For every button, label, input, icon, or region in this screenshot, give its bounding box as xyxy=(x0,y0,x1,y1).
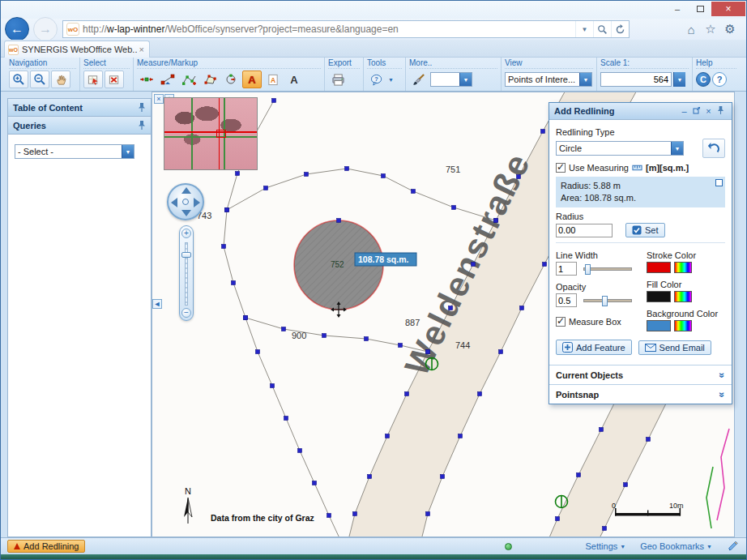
vertex-handle[interactable] xyxy=(399,344,403,348)
more-options-dropdown[interactable]: ▼ xyxy=(430,72,472,87)
pin-icon[interactable] xyxy=(138,120,146,130)
panel-minimize-icon[interactable]: – xyxy=(678,106,690,116)
vertex-handle[interactable] xyxy=(353,512,357,516)
vertex-handle[interactable] xyxy=(449,306,453,310)
vertex-handle[interactable] xyxy=(517,175,521,179)
pan-north-icon[interactable] xyxy=(181,187,191,194)
redlining-symbol-icon[interactable]: A xyxy=(263,71,283,88)
measure-distance-icon[interactable] xyxy=(158,71,177,88)
clear-selection-button[interactable] xyxy=(105,71,124,88)
vertex-handle[interactable] xyxy=(577,473,581,477)
autocomplete-dropdown-icon[interactable]: ▼ xyxy=(575,21,593,37)
vertex-handle[interactable] xyxy=(624,483,628,487)
sidebar-item-table-of-content[interactable]: Table of Content xyxy=(8,99,151,117)
vertex-handle[interactable] xyxy=(478,392,482,396)
measure-polyline-icon[interactable] xyxy=(179,71,198,88)
vertex-handle[interactable] xyxy=(543,263,547,267)
vertex-handle[interactable] xyxy=(298,449,302,453)
identify-info-icon[interactable]: ? xyxy=(367,71,386,88)
overview-close-icon[interactable]: × xyxy=(154,94,164,104)
vertex-handle[interactable] xyxy=(412,190,416,194)
vertex-handle[interactable] xyxy=(541,130,545,134)
pan-hand-button[interactable] xyxy=(51,71,70,88)
line-width-input[interactable] xyxy=(556,262,577,276)
chevron-expand-icon[interactable]: » xyxy=(717,372,728,378)
vertex-handle[interactable] xyxy=(556,517,560,521)
chevron-expand-icon[interactable]: » xyxy=(717,391,728,397)
paintbrush-icon[interactable] xyxy=(409,71,429,88)
vertex-handle[interactable] xyxy=(647,438,651,442)
vertex-handle[interactable] xyxy=(365,337,369,341)
add-feature-button[interactable]: Add Feature xyxy=(556,340,632,355)
pan-compass[interactable] xyxy=(167,183,204,220)
expand-result-icon[interactable] xyxy=(715,179,723,186)
use-measuring-checkbox[interactable] xyxy=(556,163,566,173)
help-button[interactable]: ? xyxy=(712,72,727,87)
pan-west-icon[interactable] xyxy=(171,198,177,207)
pointsnap-section[interactable]: Pointsnap » xyxy=(549,384,732,404)
pan-south-icon[interactable] xyxy=(181,210,191,216)
back-button[interactable]: ← xyxy=(5,17,29,41)
opacity-input[interactable] xyxy=(556,293,577,307)
background-color-swatch[interactable] xyxy=(647,320,671,331)
vertex-handle[interactable] xyxy=(499,350,503,354)
measure-area-icon[interactable] xyxy=(200,71,220,88)
stroke-color-swatch[interactable] xyxy=(647,262,671,273)
forward-button[interactable]: → xyxy=(33,17,58,41)
minimize-button[interactable]: – xyxy=(666,2,689,16)
vertex-handle[interactable] xyxy=(337,219,341,223)
zoom-out-slider-button[interactable]: − xyxy=(181,308,191,318)
settings-menu[interactable]: Settings▼ xyxy=(586,541,626,551)
line-width-slider[interactable] xyxy=(583,267,632,271)
vertex-handle[interactable] xyxy=(368,475,372,479)
vertex-handle[interactable] xyxy=(472,263,476,267)
vertex-handle[interactable] xyxy=(282,327,286,331)
copyright-button[interactable]: C xyxy=(696,72,711,87)
vertex-handle[interactable] xyxy=(382,174,386,178)
vertex-handle[interactable] xyxy=(386,434,390,438)
select-features-button[interactable] xyxy=(83,71,103,88)
home-icon[interactable]: ⌂ xyxy=(681,20,701,38)
pin-icon[interactable] xyxy=(138,102,146,113)
maximize-button[interactable] xyxy=(689,2,711,16)
background-color-picker-icon[interactable] xyxy=(674,320,692,331)
geo-bookmarks-menu[interactable]: Geo Bookmarks▼ xyxy=(640,541,712,551)
vertex-handle[interactable] xyxy=(284,417,288,421)
vertex-handle[interactable] xyxy=(222,245,226,249)
redlining-type-dropdown[interactable]: Circle ▼ xyxy=(556,141,684,156)
pin-icon[interactable] xyxy=(715,105,727,117)
search-icon[interactable] xyxy=(593,21,611,37)
vertex-handle[interactable] xyxy=(244,316,248,320)
vertex-handle[interactable] xyxy=(345,167,349,171)
zoom-in-slider-button[interactable]: + xyxy=(181,229,191,238)
vertex-handle[interactable] xyxy=(305,173,309,177)
zoom-out-button[interactable] xyxy=(30,71,49,88)
fill-color-picker-icon[interactable] xyxy=(674,291,692,302)
fill-color-swatch[interactable] xyxy=(647,291,671,302)
measure-circle-icon[interactable] xyxy=(221,71,241,88)
vertex-handle[interactable] xyxy=(452,206,456,210)
current-objects-section[interactable]: Current Objects » xyxy=(549,365,732,384)
vertex-handle[interactable] xyxy=(426,350,430,354)
tools-dropdown-icon[interactable]: ▼ xyxy=(388,77,394,83)
tab-close-icon[interactable]: × xyxy=(138,45,146,54)
print-icon[interactable] xyxy=(328,71,348,88)
vertex-handle[interactable] xyxy=(441,475,445,479)
edit-pencil-icon[interactable] xyxy=(727,540,738,553)
measure-box-checkbox[interactable] xyxy=(556,317,566,327)
vertex-handle[interactable] xyxy=(603,527,607,531)
panel-header[interactable]: Add Redlining – × xyxy=(549,103,732,120)
scale-dropdown-icon[interactable]: ▼ xyxy=(673,72,685,87)
vertex-handle[interactable] xyxy=(600,428,604,432)
undo-redline-button[interactable] xyxy=(702,139,725,158)
sidebar-collapse-icon[interactable]: ◄ xyxy=(152,299,162,309)
text-markup-icon[interactable]: A xyxy=(284,71,304,88)
vertex-handle[interactable] xyxy=(232,281,236,285)
pan-east-icon[interactable] xyxy=(194,198,200,207)
stroke-color-picker-icon[interactable] xyxy=(674,262,692,273)
vertex-handle[interactable] xyxy=(520,306,524,310)
vertex-handle[interactable] xyxy=(459,434,463,438)
opacity-slider[interactable] xyxy=(583,299,632,302)
vertex-handle[interactable] xyxy=(236,172,240,176)
vertex-handle[interactable] xyxy=(313,481,317,485)
